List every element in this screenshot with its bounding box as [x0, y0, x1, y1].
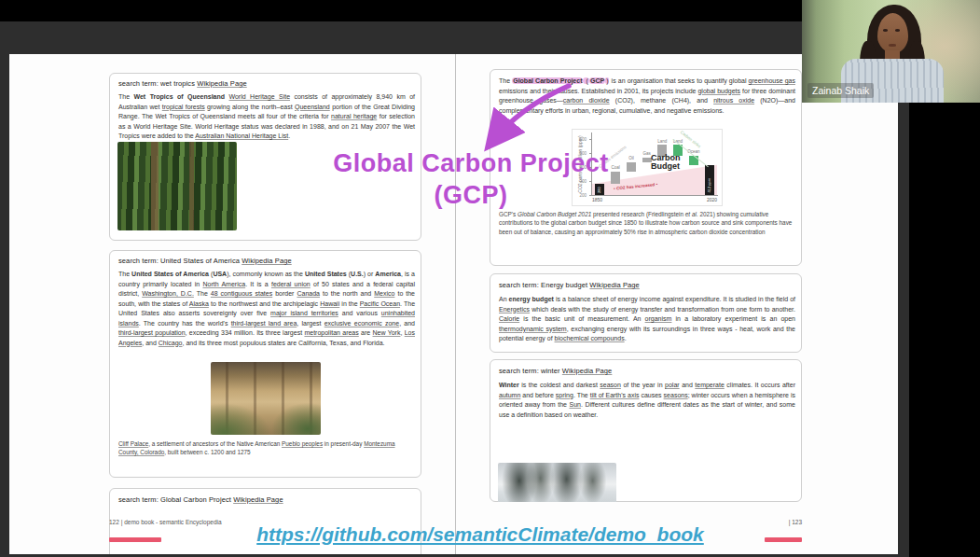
text-segment: Mexico — [374, 290, 394, 297]
text-segment: natural heritage — [331, 113, 377, 119]
text-segment: GCP's — [499, 211, 518, 217]
text-segment: search term: Energy budget — [499, 281, 589, 289]
text-segment: , largest — [297, 320, 324, 327]
text-segment: Alaska — [189, 300, 209, 307]
participant-mouth — [889, 44, 896, 47]
text-segment: greenhouse gas — [749, 77, 795, 84]
text-segment: third-largest population — [118, 329, 186, 336]
search-term-line: search term: Global Carbon Project Wikip… — [118, 495, 415, 504]
winter-photo — [498, 463, 616, 502]
text-segment: thermodynamic system — [499, 326, 567, 332]
text-segment: to the north and — [320, 290, 374, 297]
text-segment: energy budget — [509, 296, 554, 302]
text-segment: Washington, D.C. — [142, 290, 194, 297]
participant-name-label: Zainab Shaik — [807, 83, 874, 98]
annotation-line2: (GCP) — [317, 181, 625, 210]
text-segment: The — [194, 290, 211, 297]
text-segment: , exceeding 334 million. Its three large… — [186, 329, 305, 336]
text-segment: is an organisation that seeks to quantif… — [609, 77, 748, 84]
text-segment: , built between c. 1200 and 1275 — [164, 449, 250, 455]
text-segment: America — [375, 271, 401, 277]
text-segment: Wikipedia Page — [562, 367, 613, 375]
text-segment: in present-day — [323, 440, 364, 447]
text-segment: which deals with the study of energy tra… — [530, 306, 795, 313]
cliff-palace-photo — [211, 362, 321, 435]
text-segment: Wikipedia Page — [233, 495, 283, 504]
text-segment: growing along the north–east — [205, 104, 295, 110]
text-segment: seasons — [664, 392, 688, 398]
usa-card: search term: United States of America Wi… — [109, 250, 421, 478]
participant-face — [877, 13, 908, 53]
text-segment: et al. — [685, 211, 698, 217]
text-segment: global budgets — [697, 88, 740, 94]
text-segment: 48 contiguous states — [211, 290, 272, 297]
text-segment: Global Carbon Budget 2021 — [518, 211, 591, 217]
cliff-palace-caption: Cliff Palace, a settlement of ancestors … — [118, 439, 398, 457]
pdf-page-spread: search term: wet tropics Wikipedia Page … — [9, 54, 898, 554]
text-segment: climates. It occurs after — [725, 382, 795, 388]
text-segment: Wikipedia Page — [197, 79, 247, 88]
text-segment: . The country has the world's — [139, 320, 231, 327]
text-segment: Calorie — [499, 315, 519, 322]
right-accent-bar — [765, 537, 802, 542]
participant-eye-left — [883, 29, 888, 32]
text-segment: and — [680, 382, 696, 388]
text-segment: ), commonly known as the — [227, 271, 305, 277]
text-segment: , and its three most populous states are… — [183, 340, 385, 346]
text-segment: search term: Global Carbon Project — [118, 495, 233, 504]
energy-budget-paragraph: An energy budget is a balance sheet of e… — [499, 295, 795, 344]
chart-bar-source — [627, 162, 636, 172]
text-segment: tilt of Earth's axis — [590, 392, 640, 398]
text-segment: . — [625, 335, 627, 341]
text-segment: , a settlement of ancestors of the Nativ… — [148, 440, 282, 447]
text-segment: Canada — [297, 290, 320, 297]
winter-paragraph: Winter is the coldest and darkest season… — [499, 381, 795, 420]
left-accent-bar — [109, 537, 161, 542]
text-segment: in the — [339, 300, 359, 307]
energy-budget-card: search term: Energy budget Wikipedia Pag… — [490, 273, 802, 353]
text-segment: border — [272, 290, 297, 297]
text-segment: major island territories — [270, 310, 338, 316]
text-segment: third-largest land area — [231, 320, 297, 327]
text-segment: presented research (Friedlingstein — [591, 211, 685, 217]
text-segment: of the year in — [621, 382, 665, 388]
text-segment: Pueblo peoples — [282, 440, 323, 447]
github-repo-link[interactable]: https://github.com/semanticClimate/demo_… — [247, 523, 713, 546]
text-segment: Winter — [499, 382, 519, 388]
text-segment: U.S. — [351, 271, 364, 277]
rainforest-photo — [117, 142, 237, 230]
webcam-video-tile[interactable]: Zainab Shaik — [802, 0, 980, 103]
text-segment: metropolitan areas — [304, 329, 358, 336]
text-segment: United States — [305, 271, 347, 277]
text-segment: causes — [639, 392, 663, 398]
text-segment: United States of America — [131, 271, 209, 277]
wet-tropics-paragraph: The Wet Tropics of Queensland World Heri… — [118, 92, 415, 142]
text-segment: World Heritage Site — [229, 93, 291, 100]
text-segment: Hawaii — [320, 300, 339, 307]
text-segment: is the basic unit of measurement. An — [519, 315, 644, 322]
text-segment: . The — [573, 392, 590, 398]
usa-paragraph: The United States of America (USA), comm… — [118, 270, 415, 348]
text-segment: Queensland — [295, 104, 330, 110]
text-segment: Pacific Ocean — [360, 300, 400, 307]
text-segment: (CO2), methane (CH4), and — [610, 97, 713, 104]
text-segment: search term: wet tropics — [118, 79, 197, 88]
page-footer-left: 122 | demo book - semantic Encyclopedia — [109, 519, 222, 525]
text-segment: USA — [213, 271, 227, 277]
text-segment: exclusive economic zone — [324, 320, 399, 327]
chart-x-tick-label: 2020 — [695, 197, 717, 202]
text-segment: biochemical compounds — [555, 335, 625, 341]
text-segment: in a laboratory experiment is an open — [671, 315, 795, 322]
text-segment: spring — [556, 392, 573, 398]
text-segment: to the northwest and the archipelagic — [209, 300, 320, 307]
text-segment: North America — [202, 281, 245, 287]
top-black-bar — [0, 0, 909, 21]
gcp-chart-caption: GCP's Global Carbon Budget 2021 presente… — [499, 210, 795, 236]
text-segment: federal union — [271, 281, 311, 287]
text-segment: Wet Tropics of Queensland — [134, 93, 226, 100]
search-term-line: search term: wet tropics Wikipedia Page — [118, 79, 415, 88]
text-segment: The — [118, 93, 134, 100]
page-footer-right: | 123 — [727, 519, 802, 525]
text-segment: season — [600, 382, 621, 388]
text-segment: . — [288, 132, 290, 139]
